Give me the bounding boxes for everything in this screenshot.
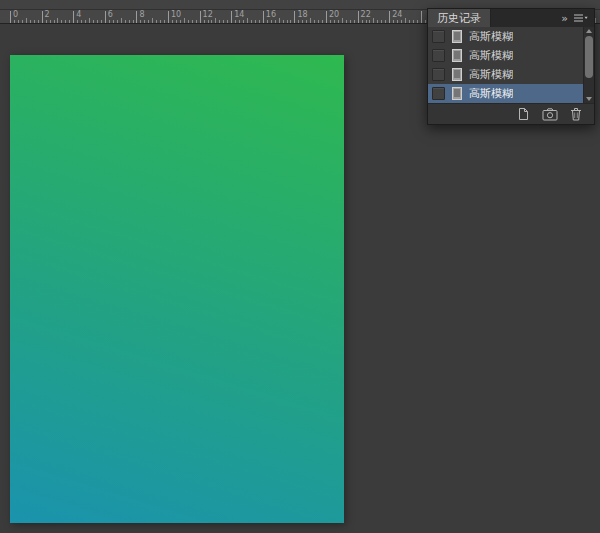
ruler-tick [358, 11, 359, 23]
ruler-tick [125, 20, 126, 23]
ruler-tick [346, 20, 347, 23]
ruler-tick [227, 20, 228, 23]
ruler-tick [164, 20, 165, 23]
ruler-tick [105, 11, 106, 23]
ruler-number: 10 [171, 10, 181, 19]
ruler-tick [421, 11, 422, 23]
history-state-row[interactable]: 高斯模糊 [428, 84, 584, 103]
ruler-tick [373, 18, 374, 23]
history-state-label: 高斯模糊 [469, 50, 513, 62]
ruler-tick [275, 20, 276, 23]
ruler-tick [160, 20, 161, 23]
ruler-tick [267, 20, 268, 23]
ruler-tick [140, 20, 141, 23]
tab-history[interactable]: 历史记录 [428, 9, 491, 27]
ruler-tick [397, 20, 398, 23]
ruler-tick [18, 20, 19, 23]
panel-menu-button[interactable] [574, 13, 588, 23]
history-state-label: 高斯模糊 [469, 69, 513, 81]
ruler-tick [211, 20, 212, 23]
ruler-tick [46, 20, 47, 23]
ruler-tick [223, 20, 224, 23]
history-scrollbar[interactable] [583, 27, 594, 103]
ruler-tick [302, 20, 303, 23]
ruler-number: 16 [266, 10, 276, 19]
ruler-tick [34, 20, 35, 23]
history-state-icon [451, 30, 463, 43]
ruler-tick [156, 20, 157, 23]
ruler-tick [117, 20, 118, 23]
ruler-tick [310, 18, 311, 23]
new-document-from-state-button[interactable] [517, 107, 530, 121]
ruler-tick [283, 20, 284, 23]
ruler-tick [133, 20, 134, 23]
ruler-tick [136, 11, 137, 23]
ruler-tick [61, 20, 62, 23]
scroll-up-icon[interactable] [586, 29, 592, 33]
history-brush-source-checkbox[interactable] [432, 49, 445, 62]
ruler-tick [306, 20, 307, 23]
ruler-tick [192, 20, 193, 23]
history-state-row[interactable]: 高斯模糊 [428, 27, 584, 46]
ruler-tick [184, 18, 185, 23]
scroll-down-icon[interactable] [586, 97, 592, 101]
ruler-tick [318, 20, 319, 23]
ruler-tick [14, 20, 15, 23]
ruler-tick [196, 20, 197, 23]
ruler-tick [50, 20, 51, 23]
trash-icon [570, 107, 582, 121]
history-state-list: 高斯模糊高斯模糊高斯模糊高斯模糊 [428, 27, 584, 103]
history-state-label: 高斯模糊 [469, 31, 513, 43]
ruler-tick [377, 20, 378, 23]
ruler-tick [152, 18, 153, 23]
ruler-tick [366, 20, 367, 23]
ruler-number: 20 [329, 10, 339, 19]
ruler-tick [168, 11, 169, 23]
ruler-tick [231, 11, 232, 23]
ruler-tick [413, 20, 414, 23]
ruler-tick [113, 20, 114, 23]
history-brush-source-checkbox[interactable] [432, 87, 445, 100]
ruler-tick [385, 20, 386, 23]
ruler-number: 22 [361, 10, 371, 19]
ruler-tick [200, 11, 201, 23]
ruler-tick [172, 20, 173, 23]
history-panel-title: 历史记录 [437, 13, 481, 24]
ruler-number: 2 [45, 10, 50, 19]
ruler-tick [26, 18, 27, 23]
new-snapshot-button[interactable] [542, 108, 558, 121]
ruler-tick [180, 20, 181, 23]
ruler-tick [144, 20, 145, 23]
history-brush-source-checkbox[interactable] [432, 30, 445, 43]
ruler-tick [204, 20, 205, 23]
ruler-tick [322, 20, 323, 23]
ruler-tick [215, 18, 216, 23]
ruler-tick [362, 20, 363, 23]
history-state-row[interactable]: 高斯模糊 [428, 46, 584, 65]
ruler-tick [85, 20, 86, 23]
ruler-tick [38, 20, 39, 23]
ruler-tick [290, 20, 291, 23]
collapse-panels-icon[interactable]: » [561, 13, 567, 24]
scrollbar-thumb[interactable] [585, 36, 593, 78]
ruler-tick [417, 20, 418, 23]
history-state-icon [451, 87, 463, 100]
history-state-icon-wrap [451, 68, 463, 81]
ruler-tick [42, 11, 43, 23]
history-state-row[interactable]: 高斯模糊 [428, 65, 584, 84]
ruler-number: 18 [297, 10, 307, 19]
delete-state-button[interactable] [570, 107, 582, 121]
panel-tab-icons: » [561, 9, 594, 27]
ruler-tick [350, 20, 351, 23]
ruler-tick [22, 20, 23, 23]
ruler-tick [279, 18, 280, 23]
ruler-tick [401, 20, 402, 23]
document-canvas[interactable] [10, 55, 344, 523]
ruler-tick [294, 11, 295, 23]
history-state-list-area: 高斯模糊高斯模糊高斯模糊高斯模糊 [428, 27, 594, 103]
ruler-tick [425, 20, 426, 23]
history-brush-source-checkbox[interactable] [432, 68, 445, 81]
ruler-tick [57, 18, 58, 23]
ruler-tick [176, 20, 177, 23]
history-state-icon [451, 68, 463, 81]
